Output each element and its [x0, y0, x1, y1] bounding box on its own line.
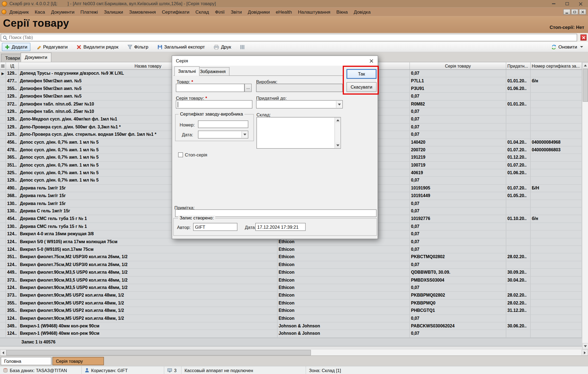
tab-home[interactable]: Головна [1, 357, 51, 365]
cell-valid: 01.10.20.. [506, 215, 531, 223]
valid-until-combobox[interactable] [256, 100, 343, 108]
menu-item[interactable]: Довідка [351, 8, 374, 16]
product-field[interactable] [176, 84, 245, 92]
memo-scrollbar[interactable] [334, 117, 340, 148]
row-selector-cell [0, 261, 6, 269]
menu-item[interactable]: Документи [48, 8, 77, 16]
table-row[interactable]: 449.. Викрил фиолет.90см,М3,5 USP0 кол.и… [0, 269, 582, 276]
cell-valid: 01.01.20.. [506, 100, 531, 108]
cell-series: 0,07 [410, 238, 506, 246]
edit-button[interactable]: Редагувати [33, 43, 71, 51]
horizontal-scroll-thumb[interactable] [6, 350, 311, 355]
dropdown-button[interactable] [336, 101, 342, 108]
status-user: Користувач: GIFT [82, 366, 164, 374]
menu-item[interactable]: Замовлення [126, 8, 159, 16]
arrow-up-icon [584, 64, 587, 66]
menu-item[interactable]: Платежі [77, 8, 101, 16]
scroll-right-button[interactable] [582, 349, 588, 356]
cert-date-combobox[interactable] [198, 131, 248, 138]
search-box[interactable] [1, 34, 577, 41]
cell-valid [506, 330, 531, 337]
scroll-down-button[interactable] [582, 343, 588, 349]
tab-documents[interactable]: Документи [21, 53, 51, 62]
columns-button[interactable] [237, 43, 248, 51]
menu-item[interactable]: Залишки [101, 8, 126, 16]
table-row[interactable]: 124.. Викрил фиолет.75см,М2 USP3/0 кол.и… [0, 261, 582, 269]
menu-item[interactable]: eHealth [273, 8, 295, 16]
stop-series-checkbox[interactable] [178, 152, 183, 157]
cert-number-field[interactable] [198, 120, 248, 128]
author-field[interactable] [193, 223, 237, 231]
close-button[interactable] [575, 0, 586, 7]
certificate-group: Сертифікат заводу-виробника Номер: Дата: [175, 114, 254, 141]
window-titlebar[interactable]: Скарб pro v. 4.0.0.2 [ІД: ] - [Апт №003 … [0, 0, 588, 8]
created-date-field[interactable] [255, 223, 306, 231]
add-button[interactable]: Додати [2, 43, 31, 51]
cell-series: 100719 [410, 162, 506, 169]
table-row[interactable]: 124.. Викрил фиолет.90см,М5 USP2 кол.игл… [0, 315, 582, 322]
table-row[interactable]: 124.. Викрил 5-0 (W9105) кол.17мм 75см E… [0, 246, 582, 254]
dropdown-button[interactable] [242, 131, 248, 138]
menu-item[interactable]: Налаштування [295, 8, 333, 16]
table-row[interactable]: 355.. Викрил фиолет.90см,М5 USP2 кол.игл… [0, 307, 582, 315]
product-browse-button[interactable]: ... [245, 84, 252, 92]
mdi-restore-button[interactable] [571, 9, 578, 15]
menu-item[interactable]: Вікна [333, 8, 351, 16]
status-cash-register: Кассовый аппарат не подключен [181, 366, 306, 374]
menu-item[interactable]: Довідники [245, 8, 273, 16]
menu-item[interactable]: Сертифікати [159, 8, 192, 16]
dialog-close-button[interactable] [365, 56, 378, 66]
tab-series[interactable]: Серія товару [53, 357, 104, 365]
manufacturer-field[interactable] [256, 84, 343, 92]
vertical-scroll-thumb[interactable] [583, 69, 588, 102]
filter-button[interactable]: Фільтр [124, 43, 151, 51]
cell-series: 0,07 [410, 246, 506, 253]
column-header-series[interactable]: Серія товару [410, 62, 506, 70]
table-row[interactable]: 373.. Викрил фиолет.90см,М3,5 USP0 кол.и… [0, 276, 582, 284]
column-header-id[interactable]: ІД [6, 62, 19, 70]
export-icon [157, 44, 162, 49]
table-row[interactable]: 351.. Викрил фиолет.75см,М2 USP3/0 кол.и… [0, 254, 582, 261]
search-input[interactable] [9, 35, 575, 40]
stock-textarea[interactable] [257, 117, 341, 149]
table-row[interactable]: 124.. Викрил-1 (W9468) 40мм кол-реж 90см… [0, 330, 582, 338]
vertical-scrollbar[interactable] [582, 62, 588, 349]
menu-item[interactable]: Філії [212, 8, 228, 16]
dialog-tab-general[interactable]: Загальні [174, 67, 200, 76]
maximize-button[interactable] [561, 0, 572, 7]
scroll-down-button[interactable] [335, 143, 341, 148]
menu-item[interactable]: Довідник [6, 8, 32, 16]
menu-item[interactable]: Склад [192, 8, 212, 16]
cell-series: 10191905 [410, 185, 506, 192]
delete-row-button[interactable]: Видалити рядок [74, 43, 121, 51]
horizontal-scrollbar[interactable] [0, 349, 588, 355]
table-row[interactable]: 124.. Викрил 5/0 ( W9105) игла 17мм колю… [0, 238, 582, 246]
menu-item[interactable]: Звіти [228, 8, 245, 16]
table-row[interactable]: 124.. Викрил фиолет.90см,М3,5 USP0 кол.и… [0, 284, 582, 292]
export-button[interactable]: Загальний експорт [154, 43, 208, 51]
clear-search-button[interactable] [580, 35, 586, 41]
printer-icon [214, 44, 219, 49]
scroll-up-button[interactable] [582, 62, 588, 68]
row-selector-cell [0, 200, 6, 207]
row-selector-cell [0, 162, 6, 169]
cell-series: 0,07 [410, 131, 506, 138]
column-header-valid[interactable]: Придатн... [506, 62, 531, 70]
refresh-icon [551, 44, 556, 49]
refresh-button[interactable]: Оновити [548, 43, 586, 51]
minimize-button[interactable] [548, 0, 559, 7]
mdi-minimize-button[interactable] [563, 9, 570, 15]
print-button[interactable]: Друк [211, 43, 234, 51]
series-field[interactable] [176, 100, 252, 108]
mdi-close-button[interactable] [579, 9, 586, 15]
dialog-tab-image[interactable]: Зображення [196, 67, 229, 76]
scroll-left-button[interactable] [0, 349, 6, 356]
column-header-cert[interactable]: Номер сертифіката за... [531, 62, 582, 70]
cell-series: 140420 [410, 139, 506, 146]
menu-item[interactable]: Каса [32, 8, 48, 16]
dialog-titlebar[interactable]: Серія [172, 56, 378, 66]
table-row[interactable]: 355.. Викрил фиолет.90см,М5 USP2 кол.игл… [0, 299, 582, 307]
scroll-up-button[interactable] [335, 117, 341, 123]
table-row[interactable]: 373.. Викрил фиолет.90см,М5 USP2 кол.игл… [0, 292, 582, 299]
table-row[interactable]: 349.. Викрил-1 (W9468) 40мм кол-реж 90см… [0, 322, 582, 330]
